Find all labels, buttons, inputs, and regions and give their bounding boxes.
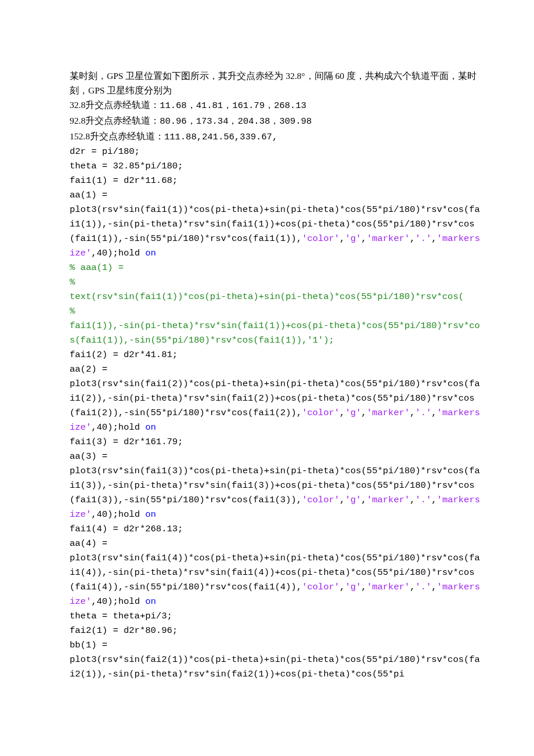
code-comment-fai1: fai1(1)),-sin(pi-theta)*rsv*sin(fai1(1))… [70,319,482,348]
paragraph-line-1: 某时刻，GPS 卫星位置如下图所示，其升交点赤经为 32.8°，间隔 60 度，… [70,69,482,98]
code-line-plot3-1: plot3(rsv*sin(fai1(1))*cos(pi-theta)+sin… [70,203,482,261]
comma: , [361,408,366,418]
str-color: 'color' [302,408,340,418]
code-line-fai1-2: fai1(2) = d2r*41.81; [70,348,482,362]
plot3-tail: ,40);hold [91,509,145,520]
str-dot: '.' [415,495,431,505]
code-line-aa4: aa(4) = [70,537,482,551]
code-line-fai1-3: fai1(3) = d2r*161.79; [70,435,482,449]
orbit-32-prefix: 32.8 [70,100,85,110]
code-comment-pct-1: % [70,275,482,290]
code-line-fai2-1: fai2(1) = d2r*80.96; [70,624,482,638]
orbit-92-values: 升交点赤经轨道：80.96，173.34，204.38，309.98 [85,116,312,127]
kw-on: on [145,509,156,520]
comma: , [340,233,345,244]
comma: , [410,495,415,505]
orbit-152-prefix: 152.8 [70,131,90,141]
code-line-fai1-4: fai1(4) = d2r*268.13; [70,522,482,537]
code-line-plot3-2: plot3(rsv*sin(fai1(2))*cos(pi-theta)+sin… [70,377,482,435]
code-line-aa2: aa(2) = [70,362,482,377]
comma: , [361,582,366,592]
code-comment-pct-2: % [70,304,482,319]
code-comment-text: text(rsv*sin(fai1(1))*cos(pi-theta)+sin(… [70,290,482,304]
str-g: 'g' [345,495,361,505]
comma: , [410,408,415,418]
str-marker: 'marker' [367,582,410,592]
comma: , [340,582,345,592]
kw-on: on [145,248,156,258]
str-marker: 'marker' [367,495,410,505]
comma: , [410,582,415,592]
paragraph-line-2: 32.8升交点赤经轨道：11.68，41.81，161.79，268.13 [70,98,482,113]
str-color: 'color' [302,582,340,592]
code-line-aa1: aa(1) = [70,188,482,203]
comma: , [431,233,436,244]
comma: , [340,495,345,505]
code-line-plot3-3: plot3(rsv*sin(fai1(3))*cos(pi-theta)+sin… [70,464,482,522]
plot3-tail: ,40);hold [91,422,145,433]
str-marker: 'marker' [367,233,410,244]
code-comment-aaa1: % aaa(1) = [70,261,482,275]
code-line-plot3-5: plot3(rsv*sin(fai2(1))*cos(pi-theta)+sin… [70,653,482,682]
paragraph-line-3: 92.8升交点赤经轨道：80.96，173.34，204.38，309.98 [70,113,482,129]
comma: , [431,408,436,418]
code-line-theta: theta = 32.85*pi/180; [70,159,482,174]
code-line-theta2: theta = theta+pi/3; [70,609,482,624]
code-line-plot3-4: plot3(rsv*sin(fai1(4))*cos(pi-theta)+sin… [70,551,482,609]
code-line-bb1: bb(1) = [70,638,482,653]
comma: , [410,233,415,244]
kw-on: on [145,422,156,433]
str-dot: '.' [415,408,431,418]
str-marker: 'marker' [367,408,410,418]
orbit-92-prefix: 92.8 [70,116,85,125]
str-g: 'g' [345,233,361,244]
code-line-aa3: aa(3) = [70,449,482,464]
orbit-152-values: 升交点赤经轨道：111.88,241.56,339.67, [90,132,277,142]
str-color: 'color' [302,495,340,505]
str-color: 'color' [302,233,340,244]
code-line-d2r: d2r = pi/180; [70,145,482,159]
comma: , [361,233,366,244]
comma: , [431,582,436,592]
str-g: 'g' [345,408,361,418]
comma: , [340,408,345,418]
paragraph-line-4: 152.8升交点赤经轨道：111.88,241.56,339.67, [70,129,482,145]
str-g: 'g' [345,582,361,592]
comma: , [361,495,366,505]
str-dot: '.' [415,582,431,592]
comma: , [431,495,436,505]
kw-on: on [145,596,156,607]
code-line-fai1-1: fai1(1) = d2r*11.68; [70,174,482,188]
plot3-tail: ,40);hold [91,248,145,258]
str-dot: '.' [415,233,431,244]
orbit-32-values: 升交点赤经轨道：11.68，41.81，161.79，268.13 [85,100,306,111]
plot3-tail: ,40);hold [91,596,145,607]
